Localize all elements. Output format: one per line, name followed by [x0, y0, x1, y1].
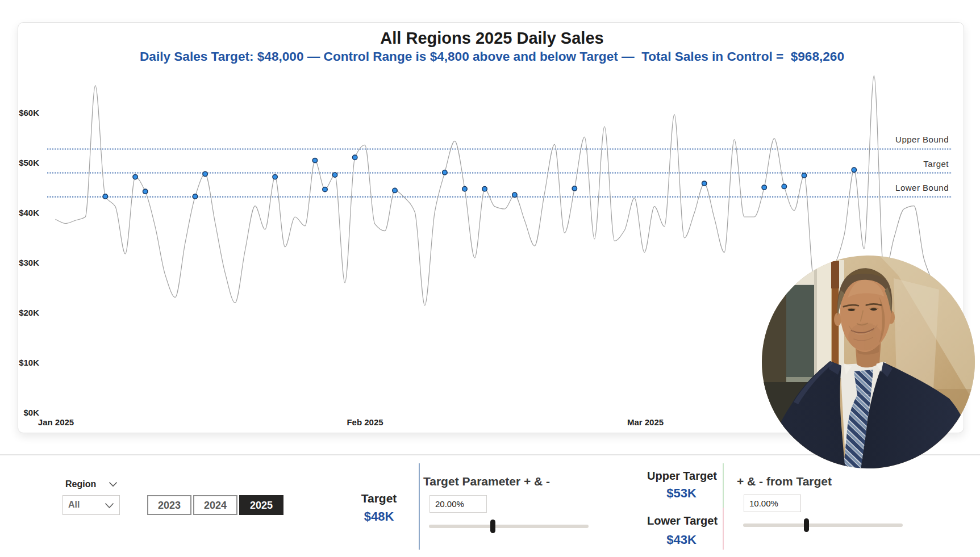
svg-text:$20K: $20K [19, 308, 39, 317]
svg-text:$0K: $0K [23, 408, 39, 417]
svg-text:$50K: $50K [19, 158, 39, 167]
svg-text:Lower Bound: Lower Bound [895, 183, 949, 192]
svg-text:$60K: $60K [19, 108, 39, 118]
svg-text:Jan 2025: Jan 2025 [38, 417, 74, 427]
svg-text:Daily Sales Target: $48,000 —: Daily Sales Target: $48,000 — Control Ra… [140, 49, 844, 64]
svg-text:Mar 2025: Mar 2025 [627, 417, 664, 427]
svg-text:Upper Bound: Upper Bound [895, 135, 949, 144]
svg-text:$40K: $40K [19, 208, 39, 217]
svg-text:Target: Target [923, 159, 949, 169]
svg-text:All Regions 2025 Daily Sales: All Regions 2025 Daily Sales [380, 29, 603, 47]
svg-text:$10K: $10K [19, 358, 39, 367]
svg-text:Feb 2025: Feb 2025 [347, 417, 383, 427]
svg-text:$30K: $30K [19, 258, 39, 267]
